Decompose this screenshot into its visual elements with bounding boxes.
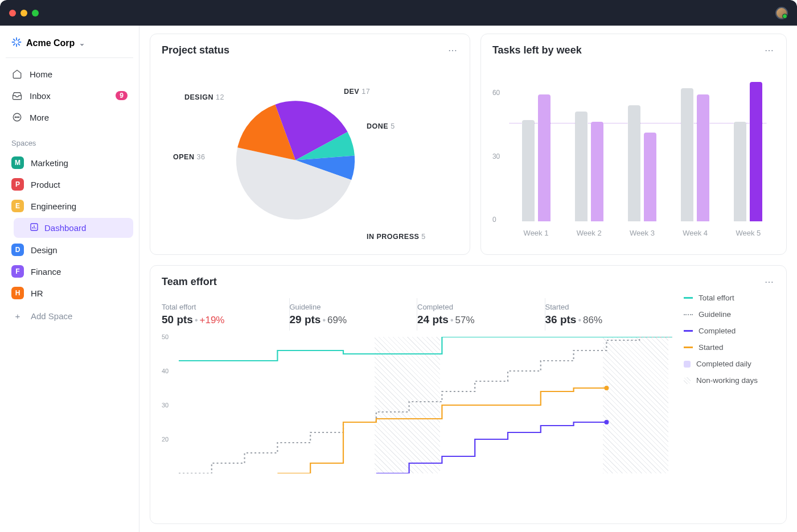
tasks-left-card: Tasks left by week ⋯ 03060 Week 1Week 2W… <box>480 34 787 255</box>
metric: Started 36 pts•86% <box>545 298 673 331</box>
spaces-section-label: Spaces <box>6 129 133 152</box>
metric-pct: 57% <box>455 315 475 325</box>
legend-label: Started <box>699 343 724 352</box>
nav-more-label: More <box>30 113 49 122</box>
space-item-hr[interactable]: HHR <box>6 282 133 304</box>
legend-item: Completed daily <box>684 360 775 368</box>
metric: Completed 24 pts•57% <box>417 298 545 331</box>
main-content: Project status ⋯ DEV17DONE5IN PROGRESS5O… <box>139 26 797 532</box>
svg-line-6 <box>14 44 15 46</box>
legend-label: Guideline <box>699 310 731 319</box>
bar-category-label: Week 3 <box>630 229 655 237</box>
legend-label: Completed daily <box>696 360 751 368</box>
space-item-label: Product <box>31 180 60 189</box>
user-avatar[interactable] <box>775 7 788 19</box>
minimize-window-icon[interactable] <box>20 10 27 17</box>
svg-point-9 <box>15 117 16 118</box>
project-status-title: Project status <box>162 44 229 56</box>
inbox-badge: 9 <box>116 91 128 100</box>
nav-inbox[interactable]: Inbox 9 <box>6 85 133 106</box>
svg-point-17 <box>604 386 609 390</box>
bar-category-label: Week 5 <box>736 229 761 237</box>
metric-value: 36 pts <box>545 314 577 325</box>
close-window-icon[interactable] <box>9 10 16 17</box>
bar <box>628 105 640 221</box>
team-effort-card: Team effort ⋯ Total effort 50 pts•+19%Gu… <box>150 265 787 524</box>
card-menu-button[interactable]: ⋯ <box>448 45 458 56</box>
space-item-product[interactable]: PProduct <box>6 174 133 195</box>
axis-tick: 30 <box>162 402 169 409</box>
sidebar-item-label: Dashboard <box>44 223 86 233</box>
add-space-button[interactable]: + Add Space <box>6 304 133 328</box>
space-icon: F <box>11 265 24 278</box>
sidebar-item-dashboard[interactable]: Dashboard <box>14 218 133 238</box>
spaces-list: MMarketingPProductEEngineeringDashboardD… <box>6 152 133 304</box>
bar <box>522 120 535 221</box>
pie-label: DESIGN12 <box>184 93 224 101</box>
metric-value: 29 pts <box>290 314 321 325</box>
legend-item: Total effort <box>684 294 775 302</box>
metric-pct: 69% <box>327 315 347 325</box>
metric-label: Total effort <box>162 303 289 311</box>
pie-label: IN PROGRESS5 <box>367 233 426 241</box>
axis-tick: 20 <box>162 436 169 443</box>
team-effort-metrics: Total effort 50 pts•+19%Guideline 29 pts… <box>162 298 672 331</box>
nav-more[interactable]: More <box>6 107 133 127</box>
bar <box>697 94 709 221</box>
metric-label: Guideline <box>290 303 417 311</box>
legend-label: Completed <box>699 327 736 335</box>
bar-category-label: Week 1 <box>524 229 549 237</box>
bar-category-label: Week 4 <box>683 229 708 237</box>
space-icon: E <box>11 200 24 212</box>
card-menu-button[interactable]: ⋯ <box>765 277 775 287</box>
workspace-switcher[interactable]: Acme Corp ⌄ <box>6 32 133 58</box>
space-item-engineering[interactable]: EEngineering <box>6 195 133 217</box>
space-item-label: Marketing <box>31 158 68 168</box>
window-controls <box>9 10 39 17</box>
legend-item: Non-working days <box>684 376 775 385</box>
plus-icon: + <box>11 310 24 322</box>
pie-label: DEV17 <box>344 88 370 96</box>
add-space-label: Add Space <box>31 311 72 321</box>
workspace-logo-icon <box>11 37 22 50</box>
nav-home-label: Home <box>30 69 52 79</box>
tasks-left-chart: 03060 Week 1Week 2Week 3Week 4Week 5 <box>492 62 775 244</box>
inbox-icon <box>11 90 23 101</box>
bar <box>591 122 603 221</box>
svg-line-5 <box>18 44 20 46</box>
team-effort-legend: Total effortGuidelineCompletedStartedCom… <box>672 294 775 473</box>
axis-tick: 60 <box>492 89 500 97</box>
dashboard-icon <box>30 222 39 233</box>
legend-label: Non-working days <box>696 376 758 385</box>
project-status-card: Project status ⋯ DEV17DONE5IN PROGRESS5O… <box>150 34 470 255</box>
axis-tick: 50 <box>162 333 169 340</box>
svg-point-11 <box>18 117 19 118</box>
bar <box>538 94 550 221</box>
space-item-finance[interactable]: FFinance <box>6 261 133 282</box>
bar <box>734 122 746 221</box>
bar <box>750 82 762 221</box>
space-icon: H <box>11 287 24 299</box>
axis-tick: 40 <box>162 368 169 374</box>
space-icon: P <box>11 178 24 191</box>
space-item-marketing[interactable]: MMarketing <box>6 152 133 174</box>
legend-item: Completed <box>684 327 775 335</box>
metric-label: Completed <box>417 303 545 311</box>
maximize-window-icon[interactable] <box>32 10 39 17</box>
card-menu-button[interactable]: ⋯ <box>765 45 775 56</box>
pie-label: OPEN36 <box>173 153 205 161</box>
space-item-design[interactable]: DDesign <box>6 239 133 261</box>
metric: Total effort 50 pts•+19% <box>162 298 290 331</box>
more-icon <box>11 112 23 123</box>
space-item-label: HR <box>31 288 43 298</box>
tasks-left-title: Tasks left by week <box>492 44 582 56</box>
axis-tick: 30 <box>492 152 500 160</box>
svg-point-10 <box>17 117 18 118</box>
space-icon: D <box>11 244 24 256</box>
svg-line-4 <box>14 39 15 41</box>
nav-home[interactable]: Home <box>6 64 133 84</box>
metric: Guideline 29 pts•69% <box>290 298 418 331</box>
axis-tick: 0 <box>492 216 496 224</box>
project-status-chart: DEV17DONE5IN PROGRESS5OPEN36DESIGN12 <box>162 62 458 244</box>
svg-line-7 <box>18 39 20 41</box>
